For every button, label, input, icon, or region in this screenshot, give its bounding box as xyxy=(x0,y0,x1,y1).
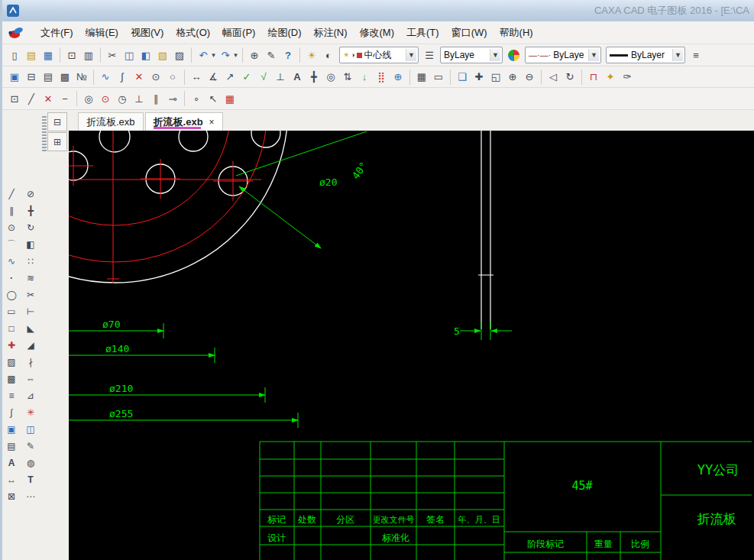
node-icon[interactable]: ∘ xyxy=(189,90,204,107)
draw-arc-icon[interactable]: ⌒ xyxy=(4,237,19,252)
parts-list-icon[interactable]: ▤ xyxy=(40,69,56,86)
draw-centerline-icon[interactable]: ✚ xyxy=(4,338,19,353)
redo-icon[interactable]: ↷ xyxy=(218,47,233,63)
section-symbol-icon[interactable]: ⇅ xyxy=(340,69,355,86)
array-icon[interactable]: ∷ xyxy=(23,254,38,269)
perpendicular-icon[interactable]: ⊥ xyxy=(131,90,147,107)
paper-settings-icon[interactable]: ▣ xyxy=(7,69,22,86)
open-file-icon[interactable]: ▤ xyxy=(24,47,39,63)
dim-text-t5[interactable]: 5 xyxy=(454,325,460,337)
move-icon[interactable]: ╋ xyxy=(23,203,38,218)
format-painter-icon[interactable]: ✎ xyxy=(264,47,279,63)
draw-spline-icon[interactable]: ∿ xyxy=(4,254,19,269)
draw-hatch-icon[interactable]: ▨ xyxy=(4,354,19,370)
zoom-window-icon[interactable]: ❑ xyxy=(455,69,470,86)
roughness-icon[interactable]: √ xyxy=(256,69,271,86)
chamfer-icon[interactable]: ◢ xyxy=(23,338,38,353)
library-palette-button[interactable]: ⊞ xyxy=(47,132,67,151)
text-edit-icon[interactable]: T xyxy=(23,472,38,487)
dim-text-d210[interactable]: ø210 xyxy=(109,383,133,394)
draw-fill-icon[interactable]: ▩ xyxy=(4,371,19,387)
drawing-canvas[interactable]: ø20 40° ø70 ø140 ø210 ø255 5 标记 xyxy=(69,131,754,560)
zoom-out-icon[interactable]: ⊖ xyxy=(522,69,537,86)
text-tool-icon[interactable]: A xyxy=(290,69,305,86)
dim-text-a40[interactable]: 40° xyxy=(350,160,370,181)
scale-icon[interactable]: ⊿ xyxy=(23,388,38,403)
pan-view-icon[interactable]: ✚ xyxy=(471,69,487,86)
break-icon[interactable]: ∤ xyxy=(23,354,38,370)
caxa-logo-icon[interactable] xyxy=(7,24,28,41)
erase-segment-icon[interactable]: ✕ xyxy=(40,90,56,107)
undo-dropdown-icon[interactable]: ▾ xyxy=(210,47,217,63)
datum-icon[interactable]: ⊥ xyxy=(273,69,288,86)
undo-icon[interactable]: ↶ xyxy=(196,47,211,63)
dim-text-d70[interactable]: ø70 xyxy=(102,319,120,330)
draw-ellipse-icon[interactable]: ◯ xyxy=(4,287,19,303)
menu-dimension[interactable]: 标注(N) xyxy=(307,23,353,43)
offset-icon[interactable]: ≋ xyxy=(23,270,38,286)
centerlines[interactable] xyxy=(69,131,267,283)
copy-entity-icon[interactable]: ◫ xyxy=(23,422,38,437)
menu-view[interactable]: 视图(V) xyxy=(125,23,170,43)
ole-object-icon[interactable]: ⊕ xyxy=(247,47,262,63)
formula-curve-icon[interactable]: ∫ xyxy=(115,69,130,86)
extend-icon[interactable]: ⊢ xyxy=(23,304,38,319)
dim-text-d20[interactable]: ø20 xyxy=(319,176,337,188)
frame-fill-icon[interactable]: ▩ xyxy=(57,69,73,86)
layer-manager-icon[interactable]: ☰ xyxy=(422,47,437,63)
tangent-icon[interactable]: ⊸ xyxy=(165,90,180,107)
draw-line-icon[interactable]: ╱ xyxy=(4,186,19,202)
draw-curve-icon[interactable]: ∫ xyxy=(4,405,19,420)
toolbar-grip[interactable] xyxy=(42,116,47,151)
tab-document-1[interactable]: 折流板.exb xyxy=(78,112,144,131)
point-array-icon[interactable]: ⣿ xyxy=(374,69,389,86)
coordinate-dim-icon[interactable]: ╋ xyxy=(306,69,322,86)
zoom-in-icon[interactable]: ⊕ xyxy=(505,69,520,86)
center-mark-icon[interactable]: ⊕ xyxy=(390,69,406,86)
concentric-icon[interactable]: ◎ xyxy=(81,90,96,107)
lineweight-settings-icon[interactable]: ≡ xyxy=(688,47,704,63)
ruler-icon[interactable]: ▭ xyxy=(431,69,446,86)
quadrant-icon[interactable]: ◷ xyxy=(115,90,130,107)
rotate-icon[interactable]: ↻ xyxy=(23,220,38,235)
chevron-down-icon[interactable]: ▼ xyxy=(672,49,683,61)
menu-format[interactable]: 格式(O) xyxy=(170,23,216,43)
draw-point-icon[interactable]: · xyxy=(4,270,19,286)
center-snap-icon[interactable]: ⊙ xyxy=(98,90,113,107)
highlight-icon[interactable]: ✦ xyxy=(603,69,618,86)
zoom-all-icon[interactable]: ◱ xyxy=(488,69,503,86)
linetype-combo[interactable]: —·—· ByLaye ▼ xyxy=(525,47,601,63)
delete-tool-icon[interactable]: ✕ xyxy=(131,69,147,86)
copy-with-basepoint-icon[interactable]: ◧ xyxy=(138,47,154,63)
more-tools-icon[interactable]: ⋯ xyxy=(23,489,38,504)
save-file-icon[interactable]: ▦ xyxy=(40,47,56,63)
menu-file[interactable]: 文件(F) xyxy=(34,23,79,43)
dim-text-d140[interactable]: ø140 xyxy=(105,343,129,354)
grid-toggle-icon[interactable]: ▦ xyxy=(414,69,429,86)
previous-view-icon[interactable]: ◁ xyxy=(545,69,561,86)
layer-combo[interactable]: ☀ ◑ 中心线 ▼ xyxy=(339,47,419,63)
corner-icon[interactable]: ◣ xyxy=(23,321,38,336)
dash-line-icon[interactable]: − xyxy=(57,90,73,107)
arrow-tool-icon[interactable]: ↓ xyxy=(357,69,372,86)
cut-icon[interactable]: ✂ xyxy=(105,47,120,63)
match-properties-icon[interactable]: ✎ xyxy=(23,439,38,454)
options-palette-button[interactable]: ⊟ xyxy=(47,112,67,131)
menu-tools[interactable]: 工具(T) xyxy=(400,23,445,43)
layer-bulb-icon[interactable]: ☀ xyxy=(304,47,319,63)
side-view-part[interactable] xyxy=(478,131,493,329)
dim-linear-icon[interactable]: ↔ xyxy=(189,69,204,86)
draw-multiline-icon[interactable]: ≡ xyxy=(4,388,19,403)
menu-help[interactable]: 帮助(H) xyxy=(493,23,539,43)
check-dim-icon[interactable]: ✓ xyxy=(239,69,254,86)
title-block-tool-icon[interactable]: ⊟ xyxy=(24,69,39,86)
chevron-down-icon[interactable]: ▼ xyxy=(588,49,599,61)
draw-circle-icon[interactable]: ⊙ xyxy=(4,220,19,235)
paste-icon[interactable]: ▧ xyxy=(155,47,170,63)
dim-angular-icon[interactable]: ∡ xyxy=(205,69,221,86)
draw-dimension-icon[interactable]: ↔ xyxy=(4,472,19,487)
draw-block-icon[interactable]: ▣ xyxy=(4,422,19,437)
stretch-icon[interactable]: ⇔ xyxy=(23,371,38,387)
color-combo[interactable]: ByLaye ▼ xyxy=(440,47,503,63)
library-icon[interactable]: ▦ xyxy=(222,90,238,107)
